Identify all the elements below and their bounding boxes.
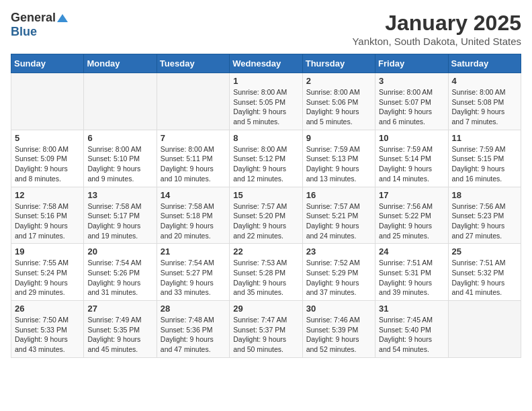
day-info: Sunrise: 7:53 AMSunset: 5:28 PMDaylight:… <box>233 258 298 298</box>
calendar-cell: 17Sunrise: 7:56 AMSunset: 5:22 PMDayligh… <box>375 187 448 244</box>
calendar-cell: 19Sunrise: 7:55 AMSunset: 5:24 PMDayligh… <box>11 244 84 301</box>
day-info: Sunrise: 8:00 AMSunset: 5:11 PMDaylight:… <box>161 144 226 184</box>
calendar-cell <box>157 73 229 130</box>
day-info: Sunrise: 7:59 AMSunset: 5:14 PMDaylight:… <box>379 144 444 184</box>
calendar-week-row: 1Sunrise: 8:00 AMSunset: 5:05 PMDaylight… <box>11 73 521 130</box>
day-info: Sunrise: 7:51 AMSunset: 5:31 PMDaylight:… <box>379 258 444 298</box>
day-number: 20 <box>87 246 152 257</box>
calendar-cell: 6Sunrise: 8:00 AMSunset: 5:10 PMDaylight… <box>84 130 157 187</box>
calendar-cell: 20Sunrise: 7:54 AMSunset: 5:26 PMDayligh… <box>84 244 157 301</box>
day-number: 19 <box>15 246 80 257</box>
day-info: Sunrise: 8:00 AMSunset: 5:07 PMDaylight:… <box>379 87 444 127</box>
day-info: Sunrise: 7:58 AMSunset: 5:16 PMDaylight:… <box>15 201 80 241</box>
location-title: Yankton, South Dakota, United States <box>352 36 521 47</box>
calendar-cell: 3Sunrise: 8:00 AMSunset: 5:07 PMDaylight… <box>375 73 448 130</box>
calendar-week-row: 26Sunrise: 7:50 AMSunset: 5:33 PMDayligh… <box>11 301 521 358</box>
calendar-cell <box>11 73 84 130</box>
calendar-cell: 30Sunrise: 7:46 AMSunset: 5:39 PMDayligh… <box>302 301 375 358</box>
calendar-cell <box>448 301 521 358</box>
day-number: 31 <box>379 304 444 314</box>
calendar-cell: 13Sunrise: 7:58 AMSunset: 5:17 PMDayligh… <box>84 187 157 244</box>
day-number: 7 <box>161 133 226 143</box>
weekday-header-thursday: Thursday <box>302 54 375 73</box>
day-info: Sunrise: 7:59 AMSunset: 5:15 PMDaylight:… <box>452 144 517 184</box>
day-number: 11 <box>452 133 517 143</box>
day-number: 10 <box>379 133 444 143</box>
weekday-header-monday: Monday <box>84 54 157 73</box>
day-info: Sunrise: 7:55 AMSunset: 5:24 PMDaylight:… <box>15 258 80 298</box>
calendar-cell: 1Sunrise: 8:00 AMSunset: 5:05 PMDaylight… <box>230 73 302 130</box>
calendar-cell: 9Sunrise: 7:59 AMSunset: 5:13 PMDaylight… <box>302 130 375 187</box>
day-info: Sunrise: 7:46 AMSunset: 5:39 PMDaylight:… <box>306 315 371 355</box>
calendar-week-row: 19Sunrise: 7:55 AMSunset: 5:24 PMDayligh… <box>11 244 521 301</box>
weekday-header-saturday: Saturday <box>448 54 521 73</box>
day-number: 30 <box>306 304 371 314</box>
calendar-cell: 24Sunrise: 7:51 AMSunset: 5:31 PMDayligh… <box>375 244 448 301</box>
day-number: 14 <box>161 190 226 200</box>
calendar-cell: 4Sunrise: 8:00 AMSunset: 5:08 PMDaylight… <box>448 73 521 130</box>
day-number: 3 <box>379 76 444 86</box>
day-number: 29 <box>233 304 298 314</box>
day-number: 18 <box>452 190 517 200</box>
calendar-week-row: 12Sunrise: 7:58 AMSunset: 5:16 PMDayligh… <box>11 187 521 244</box>
day-number: 4 <box>452 76 517 86</box>
day-number: 26 <box>15 304 80 314</box>
day-info: Sunrise: 8:00 AMSunset: 5:10 PMDaylight:… <box>87 144 152 184</box>
day-number: 2 <box>306 76 371 86</box>
day-info: Sunrise: 8:00 AMSunset: 5:12 PMDaylight:… <box>233 144 298 184</box>
weekday-header-row: SundayMondayTuesdayWednesdayThursdayFrid… <box>11 54 521 73</box>
calendar-cell: 11Sunrise: 7:59 AMSunset: 5:15 PMDayligh… <box>448 130 521 187</box>
weekday-header-wednesday: Wednesday <box>230 54 302 73</box>
weekday-header-friday: Friday <box>375 54 448 73</box>
day-number: 8 <box>233 133 298 143</box>
day-number: 5 <box>15 133 80 143</box>
calendar-cell: 2Sunrise: 8:00 AMSunset: 5:06 PMDaylight… <box>302 73 375 130</box>
day-number: 13 <box>87 190 152 200</box>
calendar-week-row: 5Sunrise: 8:00 AMSunset: 5:09 PMDaylight… <box>11 130 521 187</box>
day-info: Sunrise: 7:57 AMSunset: 5:20 PMDaylight:… <box>233 201 298 241</box>
day-number: 21 <box>161 246 226 257</box>
day-info: Sunrise: 8:00 AMSunset: 5:05 PMDaylight:… <box>233 87 298 127</box>
calendar-cell: 15Sunrise: 7:57 AMSunset: 5:20 PMDayligh… <box>230 187 302 244</box>
day-number: 6 <box>87 133 152 143</box>
day-info: Sunrise: 7:52 AMSunset: 5:29 PMDaylight:… <box>306 258 371 298</box>
calendar-cell: 23Sunrise: 7:52 AMSunset: 5:29 PMDayligh… <box>302 244 375 301</box>
logo: General Blue <box>11 11 68 39</box>
calendar-cell: 16Sunrise: 7:57 AMSunset: 5:21 PMDayligh… <box>302 187 375 244</box>
day-info: Sunrise: 8:00 AMSunset: 5:08 PMDaylight:… <box>452 87 517 127</box>
day-info: Sunrise: 7:58 AMSunset: 5:18 PMDaylight:… <box>161 201 226 241</box>
day-info: Sunrise: 7:56 AMSunset: 5:22 PMDaylight:… <box>379 201 444 241</box>
calendar-cell: 5Sunrise: 8:00 AMSunset: 5:09 PMDaylight… <box>11 130 84 187</box>
day-number: 9 <box>306 133 371 143</box>
calendar-cell: 18Sunrise: 7:56 AMSunset: 5:23 PMDayligh… <box>448 187 521 244</box>
weekday-header-tuesday: Tuesday <box>157 54 229 73</box>
calendar-cell: 26Sunrise: 7:50 AMSunset: 5:33 PMDayligh… <box>11 301 84 358</box>
day-number: 1 <box>233 76 298 86</box>
day-info: Sunrise: 7:51 AMSunset: 5:32 PMDaylight:… <box>452 258 517 298</box>
day-number: 24 <box>379 246 444 257</box>
calendar-cell: 22Sunrise: 7:53 AMSunset: 5:28 PMDayligh… <box>230 244 302 301</box>
day-info: Sunrise: 8:00 AMSunset: 5:06 PMDaylight:… <box>306 87 371 127</box>
day-number: 16 <box>306 190 371 200</box>
day-info: Sunrise: 7:54 AMSunset: 5:26 PMDaylight:… <box>87 258 152 298</box>
calendar-cell: 8Sunrise: 8:00 AMSunset: 5:12 PMDaylight… <box>230 130 302 187</box>
logo-icon <box>57 14 68 22</box>
day-info: Sunrise: 7:47 AMSunset: 5:37 PMDaylight:… <box>233 315 298 355</box>
day-info: Sunrise: 7:56 AMSunset: 5:23 PMDaylight:… <box>452 201 517 241</box>
calendar-cell: 12Sunrise: 7:58 AMSunset: 5:16 PMDayligh… <box>11 187 84 244</box>
calendar-cell: 21Sunrise: 7:54 AMSunset: 5:27 PMDayligh… <box>157 244 229 301</box>
day-info: Sunrise: 7:59 AMSunset: 5:13 PMDaylight:… <box>306 144 371 184</box>
day-number: 27 <box>87 304 152 314</box>
calendar-cell: 28Sunrise: 7:48 AMSunset: 5:36 PMDayligh… <box>157 301 229 358</box>
calendar-body: 1Sunrise: 8:00 AMSunset: 5:05 PMDaylight… <box>11 73 521 358</box>
weekday-header-sunday: Sunday <box>11 54 84 73</box>
calendar-cell: 25Sunrise: 7:51 AMSunset: 5:32 PMDayligh… <box>448 244 521 301</box>
calendar-table: SundayMondayTuesdayWednesdayThursdayFrid… <box>11 54 521 358</box>
day-info: Sunrise: 7:45 AMSunset: 5:40 PMDaylight:… <box>379 315 444 355</box>
day-info: Sunrise: 7:49 AMSunset: 5:35 PMDaylight:… <box>87 315 152 355</box>
day-number: 25 <box>452 246 517 257</box>
logo-general-text: General <box>11 11 56 25</box>
day-number: 28 <box>161 304 226 314</box>
title-area: January 2025 Yankton, South Dakota, Unit… <box>352 11 521 47</box>
logo-blue-text: Blue <box>11 25 37 39</box>
